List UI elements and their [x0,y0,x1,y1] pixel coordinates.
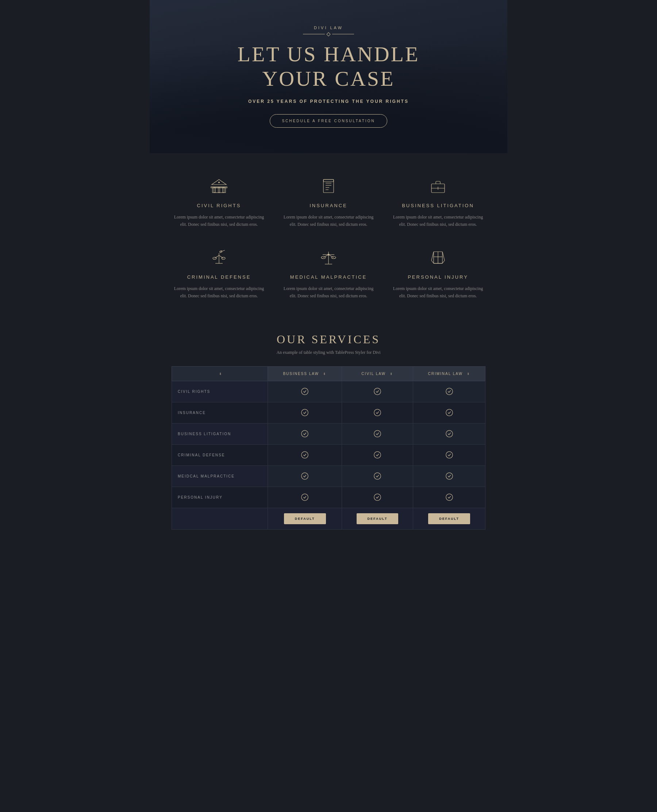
svg-point-49 [302,451,308,458]
svg-point-41 [374,388,381,394]
check-icon [373,429,382,438]
svg-point-6 [218,182,220,183]
svg-rect-4 [223,188,224,193]
service-desc-insurance: Lorem ipsum dolor sit amet, consectetur … [281,213,376,228]
table-row-civil-rights: CIVIL RIGHTS [172,381,486,402]
check-icon [373,408,382,417]
svg-point-53 [374,472,381,479]
row-check-biz-lit-civil [342,423,413,444]
default-button-civil[interactable]: DEFAULT [357,513,399,524]
row-check-med-mal-criminal [413,466,486,487]
svg-line-34 [442,252,445,261]
briefcase-svg [428,177,447,196]
brand-divider [238,33,420,36]
check-icon [445,387,454,396]
row-check-crim-def-criminal [413,444,486,466]
svg-point-45 [446,409,452,416]
service-title-medical-malpractice: MEDICAL MALPRACTICE [281,274,376,280]
svg-rect-7 [323,180,334,193]
row-check-pers-inj-business [268,487,342,508]
briefcase-icon [427,175,449,197]
services-icons-section: CIVIL RIGHTS Lorem ipsum dolor sit amet,… [149,153,508,318]
check-icon [300,493,309,501]
check-icon [300,387,309,396]
row-check-med-mal-civil [342,466,413,487]
scales-svg [319,248,338,267]
svg-rect-2 [214,188,215,193]
svg-point-43 [302,409,308,416]
table-row-insurance: INSURANCE [172,402,486,423]
svg-line-18 [215,255,219,258]
row-label-business-litigation: BUSINESS LITIGATION [172,423,268,444]
table-header-business-law[interactable]: BUSINESS LAW ⬍ [268,366,342,381]
table-header-row: ⬍ BUSINESS LAW ⬍ CIVIL LAW ⬍ CRIMINAL LA… [172,366,486,381]
svg-point-55 [302,494,308,500]
svg-point-40 [302,388,308,394]
consultation-button[interactable]: SCHEDULE A FREE CONSULTATION [270,114,387,128]
row-label-insurance: INSURANCE [172,402,268,423]
svg-point-54 [446,472,452,479]
document-svg [319,177,338,196]
check-icon [300,450,309,459]
svg-point-51 [446,451,452,458]
document-icon [318,175,339,197]
sort-icon-criminal-law: ⬍ [467,372,470,376]
row-label-criminal-defense: CRIMINAL DEFENSE [172,444,268,466]
table-header-empty[interactable]: ⬍ [172,366,268,381]
default-button-business[interactable]: DEFAULT [284,513,326,524]
svg-line-33 [431,252,434,261]
row-label-medical-malpractice: MEIDCAL MALPRACTICE [172,466,268,487]
table-btn-empty-cell [172,508,268,529]
sort-icon-civil-law: ⬍ [390,372,394,376]
hero-section: DIVI LAW LET US HANDLE YOUR CASE OVER 25… [149,0,508,153]
table-section-title: OUR SERVICES [171,333,486,346]
check-icon [300,408,309,417]
check-icon [300,472,309,480]
row-check-civil-rights-civil [342,381,413,402]
service-title-business-litigation: BUSINESS LITIGATION [391,203,486,208]
table-row-medical-malpractice: MEIDCAL MALPRACTICE [172,466,486,487]
table-header-criminal-law[interactable]: CRIMINAL LAW ⬍ [413,366,486,381]
svg-line-19 [219,255,223,258]
hero-subtitle: OVER 25 YEARS OF PROTECTING THE YOUR RIG… [238,99,420,104]
row-check-crim-def-civil [342,444,413,466]
sort-icon-empty: ⬍ [219,372,223,376]
svg-rect-0 [212,188,226,193]
table-row-business-litigation: BUSINESS LITIGATION [172,423,486,444]
table-header-civil-law[interactable]: CIVIL LAW ⬍ [342,366,413,381]
person-svg [428,248,447,267]
courthouse-svg [210,177,229,196]
svg-point-57 [446,494,452,500]
service-title-personal-injury: PERSONAL INJURY [391,274,486,280]
svg-line-36 [442,261,445,263]
divider-diamond [326,32,330,36]
table-btn-criminal-cell: DEFAULT [413,508,486,529]
default-button-criminal[interactable]: DEFAULT [428,513,470,524]
svg-point-46 [302,430,308,437]
row-check-med-mal-business [268,466,342,487]
brand-name: DIVI LAW [238,26,420,30]
svg-point-52 [302,472,308,479]
service-item-business-litigation: BUSINESS LITIGATION Lorem ipsum dolor si… [391,175,486,228]
svg-point-56 [374,494,381,500]
service-desc-civil-rights: Lorem ipsum dolor sit amet, consectetur … [171,213,266,228]
svg-rect-3 [218,188,220,193]
svg-point-44 [374,409,381,416]
check-icon [373,472,382,480]
table-button-row: DEFAULT DEFAULT DEFAULT [172,508,486,529]
service-item-medical-malpractice: MEDICAL MALPRACTICE Lorem ipsum dolor si… [281,247,376,300]
check-icon [373,450,382,459]
hero-title: LET US HANDLE YOUR CASE [238,42,420,91]
check-icon [445,408,454,417]
row-check-pers-inj-criminal [413,487,486,508]
row-label-personal-injury: PERSONAL INJURY [172,487,268,508]
service-desc-criminal-defense: Lorem ipsum dolor sit amet, consectetur … [171,285,266,300]
service-item-personal-injury: PERSONAL INJURY Lorem ipsum dolor sit am… [391,247,486,300]
services-grid: CIVIL RIGHTS Lorem ipsum dolor sit amet,… [171,175,486,300]
svg-point-31 [328,253,330,255]
scales-icon [318,247,339,269]
table-btn-civil-cell: DEFAULT [342,508,413,529]
hero-content: DIVI LAW LET US HANDLE YOUR CASE OVER 25… [238,26,420,128]
check-icon [300,429,309,438]
svg-point-47 [374,430,381,437]
